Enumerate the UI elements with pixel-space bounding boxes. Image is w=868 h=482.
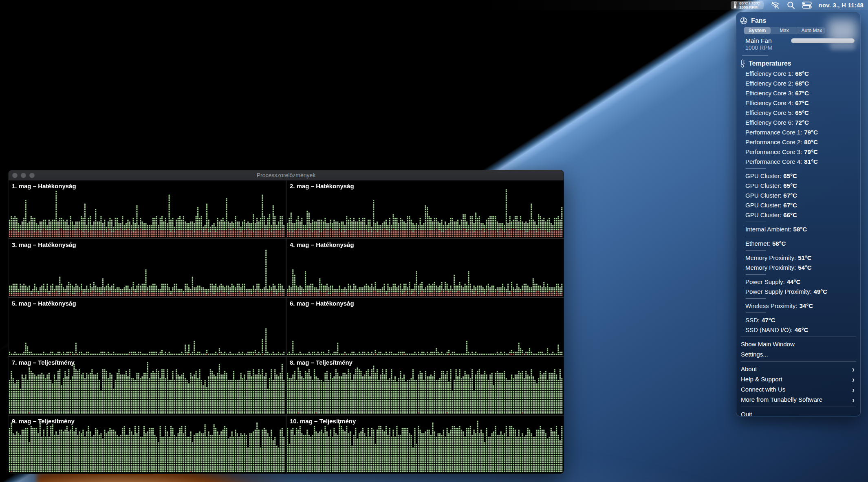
temp-value: 67°C	[795, 99, 809, 106]
temperatures-title: Temperatures	[749, 60, 791, 67]
temp-value: 66°C	[783, 211, 797, 218]
cpu-panel: 3. mag – Hatékonyság	[9, 239, 286, 297]
fan-mode-system[interactable]: System	[744, 27, 771, 34]
thermometer-icon	[733, 1, 737, 9]
temp-label: Power Supply:	[745, 278, 785, 285]
main-fan-row: Main Fan 1000 RPM	[745, 37, 860, 53]
temp-value: 51°C	[798, 254, 812, 261]
temp-value: 47°C	[762, 317, 775, 324]
panel-title: 8. mag – Teljesítmény	[290, 359, 352, 366]
temp-label: SSD (NAND I/O):	[745, 326, 793, 333]
panel-title: 3. mag – Hatékonyság	[12, 241, 76, 248]
temperature-item: Efficiency Core 5:65°C	[736, 108, 860, 117]
menu-item-show-main-window[interactable]: Show Main Window	[736, 339, 860, 349]
fan-speed-slider[interactable]	[791, 38, 855, 43]
tgpro-menubar-readout: 80°C / 73°C 1000 RPM	[739, 1, 760, 9]
temperature-item: Performance Core 2:80°C	[736, 137, 860, 147]
temp-value: 46°C	[795, 326, 809, 333]
temperature-item: Power Supply:44°C	[736, 277, 860, 286]
temperature-item: GPU Cluster:67°C	[736, 190, 860, 200]
temp-value: 68°C	[795, 70, 809, 77]
temperature-item: Memory Proximity:54°C	[736, 262, 860, 272]
temperature-item: Wireless Proximity:34°C	[736, 301, 860, 310]
tgpro-rpm-text: 1000 RPM	[739, 5, 760, 9]
temp-value: 67°C	[783, 192, 797, 199]
cpu-panel: 4. mag – Hatékonyság	[286, 239, 564, 297]
panel-title: 4. mag – Hatékonyság	[290, 241, 354, 248]
temperatures-header: Temperatures	[736, 59, 860, 68]
menu-item-label: Show Main Window	[741, 341, 795, 348]
temp-label: Performance Core 3:	[745, 148, 802, 155]
menu-item-quit[interactable]: Quit	[736, 409, 860, 416]
control-center-icon[interactable]	[802, 2, 812, 9]
separator	[746, 274, 766, 275]
thermometer-icon	[740, 59, 745, 68]
separator	[740, 361, 856, 362]
temp-label: GPU Cluster:	[745, 202, 781, 209]
menu-item-label: More from Tunabelly Software	[741, 396, 822, 403]
temp-label: GPU Cluster:	[745, 182, 781, 189]
fan-mode-auto-max[interactable]: Auto Max	[798, 27, 825, 34]
menu-item-label: Connect with Us	[741, 386, 785, 393]
temp-value: 80°C	[804, 139, 818, 145]
temp-value: 79°C	[804, 148, 818, 155]
temp-label: Memory Proximity:	[745, 264, 796, 271]
cpu-panel: 8. mag – Teljesítmény	[286, 357, 564, 415]
temp-label: Performance Core 4:	[745, 158, 802, 165]
temperature-item: Performance Core 4:81°C	[736, 156, 860, 166]
temp-value: 58°C	[772, 240, 786, 247]
menu-item-more-from-tunabelly-software[interactable]: More from Tunabelly Software›	[736, 394, 860, 405]
chevron-right-icon: ›	[852, 375, 855, 383]
panel-title: 9. mag – Teljesítmény	[12, 418, 75, 425]
fan-mode-segmented-control: SystemMaxAuto Max	[744, 27, 825, 34]
temperature-item: Performance Core 3:79°C	[736, 147, 860, 156]
separator	[742, 55, 768, 56]
menu-item-about[interactable]: About›	[736, 364, 860, 374]
wifi-off-icon[interactable]	[771, 2, 780, 9]
menu-item-help-support[interactable]: Help & Support›	[736, 374, 860, 384]
menu-bar: 80°C / 73°C 1000 RPM nov. 3., H 11:48	[0, 0, 868, 10]
menubar-clock[interactable]: nov. 3., H 11:48	[819, 2, 864, 9]
panel-title: 2. mag – Hatékonyság	[290, 183, 354, 189]
temp-value: 67°C	[795, 90, 809, 97]
window-titlebar[interactable]: Processzorelőzmények	[9, 170, 564, 180]
temperature-item: GPU Cluster:67°C	[736, 200, 860, 210]
temperature-item: Ethernet:58°C	[736, 238, 860, 248]
quit-label: Quit	[741, 411, 752, 416]
cpu-history-window: Processzorelőzmények 1. mag – Hatékonysá…	[8, 170, 564, 474]
temp-value: 79°C	[804, 129, 818, 136]
fan-icon	[740, 17, 747, 24]
temperature-item: Efficiency Core 1:68°C	[736, 68, 860, 78]
temp-label: GPU Cluster:	[745, 172, 781, 179]
tgpro-menubar-item[interactable]: 80°C / 73°C 1000 RPM	[731, 1, 763, 9]
cpu-panel: 6. mag – Hatékonyság	[286, 298, 564, 356]
temperature-item: Power Supply Proximity:49°C	[736, 286, 860, 296]
panel-title: 1. mag – Hatékonyság	[12, 183, 76, 189]
panel-title: 10. mag – Teljesítmény	[290, 418, 356, 425]
search-icon[interactable]	[787, 1, 795, 9]
temp-value: 65°C	[795, 109, 809, 116]
menu-item-connect-with-us[interactable]: Connect with Us›	[736, 384, 860, 394]
temp-label: GPU Cluster:	[745, 211, 781, 218]
temp-label: Wireless Proximity:	[745, 302, 798, 309]
temp-value: 72°C	[795, 119, 809, 126]
fans-header: Fans	[736, 16, 860, 26]
temp-label: Ethernet:	[745, 240, 770, 247]
fan-mode-max[interactable]: Max	[771, 27, 798, 34]
temp-label: Performance Core 1:	[745, 129, 802, 136]
temp-label: Efficiency Core 4:	[745, 99, 793, 106]
fans-title: Fans	[751, 17, 766, 24]
menubar-status-items: 80°C / 73°C 1000 RPM nov. 3., H 11:48	[731, 1, 868, 9]
temp-label: Efficiency Core 3:	[745, 90, 793, 97]
separator	[746, 236, 766, 236]
temp-value: 67°C	[783, 202, 797, 209]
temperature-item: Internal Ambient:58°C	[736, 224, 860, 234]
temp-label: Efficiency Core 1:	[745, 70, 793, 77]
temp-value: 68°C	[795, 80, 809, 87]
panel-title: 7. mag – Teljesítmény	[12, 359, 75, 366]
chevron-right-icon: ›	[852, 385, 855, 394]
temp-value: 65°C	[783, 182, 797, 189]
menu-item-settings-[interactable]: Settings...	[736, 349, 860, 359]
cpu-panel: 10. mag – Teljesítmény	[286, 416, 564, 473]
chevron-right-icon: ›	[852, 395, 855, 404]
